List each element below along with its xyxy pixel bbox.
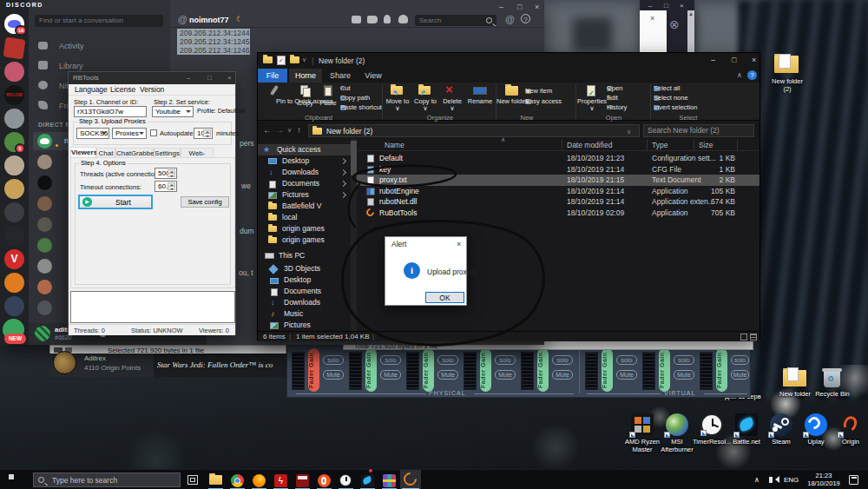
conversation-search-input[interactable]: Find or start a conversation	[35, 15, 163, 27]
minutes-stepper[interactable]: 10	[194, 128, 213, 139]
file-row[interactable]: key 18/10/2019 21:14 CFG File 1 KB	[357, 164, 760, 175]
taskbar-red-app[interactable]: ϟ	[272, 472, 290, 489]
tray-language[interactable]: ENG	[784, 476, 799, 484]
small-window-minimize[interactable]: –	[648, 2, 652, 10]
fader-gain-slider[interactable]: Fader Gain	[537, 348, 549, 392]
dm-avatar[interactable]	[37, 301, 52, 315]
sidebar-item-battlefield[interactable]: Battlefield V	[258, 201, 351, 212]
log-textbox[interactable]	[70, 291, 235, 323]
fader-gain-slider[interactable]: Fader Gain	[423, 348, 434, 392]
fader-gain-slider[interactable]: Fader Gain	[308, 348, 319, 392]
ribbon-properties[interactable]: ✓ Properties ∨	[578, 84, 606, 114]
rbtools-minimize-button[interactable]: –	[187, 74, 190, 82]
solo-button[interactable]: solo	[495, 355, 516, 365]
fader-gain-slider[interactable]: Fader Gain	[602, 348, 613, 392]
tray-hidden-icons[interactable]: ∧	[754, 476, 760, 484]
server-icon[interactable]	[4, 296, 24, 316]
dm-avatar[interactable]	[37, 280, 52, 294]
file-row-selected[interactable]: proxy.txt 18/10/2019 21:15 Text Document…	[357, 175, 760, 186]
ok-button[interactable]: OK	[425, 292, 464, 303]
desktop-icon-recycle-bin[interactable]: ♻ Recycle Bin	[812, 367, 852, 406]
tab-file[interactable]: File	[258, 69, 287, 83]
column-type[interactable]: Type	[652, 140, 667, 151]
desktop-icon-steam[interactable]: Steam	[766, 412, 797, 460]
sidebar-item-library[interactable]: Library	[38, 60, 168, 72]
add-friend-icon[interactable]	[398, 15, 408, 23]
history-dropdown[interactable]: ∨	[287, 127, 292, 134]
tab-share[interactable]: Share	[324, 69, 357, 83]
dm-avatar[interactable]	[37, 217, 52, 232]
explorer-search-input[interactable]: Search New folder (2)	[643, 124, 754, 137]
save-config-button[interactable]: Save config	[181, 196, 229, 208]
small-window-close[interactable]: ×	[680, 2, 684, 10]
solo-button[interactable]: solo	[731, 355, 749, 365]
taskbar-battlenet[interactable]	[358, 472, 377, 489]
mute-button[interactable]: Mute	[495, 370, 516, 380]
start-button[interactable]: ▶ Start	[78, 195, 153, 209]
mute-button[interactable]: Mute	[437, 370, 458, 380]
server-icon[interactable]	[3, 37, 26, 60]
sidebar-item-local[interactable]: local	[258, 212, 351, 223]
taskbar-chrome[interactable]	[228, 472, 247, 489]
mute-button[interactable]: Mute	[674, 370, 694, 380]
sidebar-item-origin-games[interactable]: origin games	[258, 223, 351, 235]
sidebar-item-this-pc[interactable]: This PC	[258, 250, 351, 261]
channel-id-input[interactable]: rX13TGkdO7w	[74, 106, 147, 117]
sidebar-item-quick-access[interactable]: ★ Quick access	[258, 144, 351, 155]
sidebar-item-desktop[interactable]: Desktop	[258, 155, 351, 167]
file-row[interactable]: RuBotTools 18/10/2019 02:09 Application …	[357, 208, 760, 219]
taskbar-firefox[interactable]	[250, 472, 268, 489]
solo-button[interactable]: solo	[616, 355, 637, 365]
taskbar-explorer[interactable]	[207, 472, 225, 489]
solo-button[interactable]: solo	[674, 355, 694, 365]
desktop-icon-battlenet[interactable]: Battle.net	[731, 412, 762, 460]
sidebar-item-downloads[interactable]: ↓ Downloads	[258, 167, 351, 178]
tab-chatgrabber[interactable]: ChatGrabber	[115, 148, 154, 157]
close-x-icon[interactable]: ×	[650, 14, 654, 23]
qat-undo-icon[interactable]: ✓	[277, 56, 286, 65]
timeout-stepper[interactable]: 60.0	[155, 181, 177, 192]
pin-icon[interactable]	[384, 15, 391, 23]
start-button[interactable]	[9, 474, 20, 486]
mute-button[interactable]: Mute	[380, 370, 401, 380]
circle-x-icon[interactable]: ⊗	[669, 17, 680, 31]
address-breadcrumb[interactable]: New folder (2) ∨	[308, 124, 640, 137]
file-row[interactable]: rubotNet.dll 18/10/2019 21:14 Applicatio…	[357, 196, 760, 208]
sidebar-item-origin-games-2[interactable]: origin games	[258, 235, 351, 246]
menu-language[interactable]: Language	[75, 85, 108, 94]
ribbon-collapse-icon[interactable]: ∧	[737, 71, 742, 79]
discord-close-button[interactable]: ×	[535, 3, 539, 11]
sidebar-item-pc-documents[interactable]: Documents	[258, 286, 351, 297]
details-view-toggle[interactable]	[740, 334, 747, 340]
alert-close-button[interactable]: ×	[457, 240, 461, 248]
taskbar-winrar[interactable]	[380, 472, 398, 489]
desktop-icon-origin[interactable]: Origin	[835, 412, 866, 460]
explorer-maximize-button[interactable]: □	[732, 56, 736, 64]
server-icon[interactable]	[4, 202, 24, 222]
dm-avatar[interactable]	[37, 175, 52, 190]
small-window-scrollbar[interactable]: ▲	[687, 10, 694, 54]
server-icon[interactable]	[4, 109, 24, 129]
solo-button[interactable]: solo	[380, 355, 401, 365]
tab-viewers[interactable]: Viewers	[70, 147, 96, 157]
explorer-close-button[interactable]: ×	[752, 56, 756, 64]
socks-select[interactable]: SOCKS5	[76, 128, 109, 139]
sidebar-item-documents[interactable]: Documents	[258, 178, 351, 189]
sidebar-item-music[interactable]: ♪ Music	[258, 308, 351, 320]
ribbon-pin-quick-access[interactable]: Pin to Quick access	[260, 84, 293, 114]
sidebar-item-pc-downloads[interactable]: ↓ Downloads	[258, 297, 351, 308]
desktop-icon-amd-ryzen-master[interactable]: AMD Ryzen Master	[627, 412, 658, 460]
ribbon-new-folder[interactable]: New folder	[498, 84, 524, 114]
discord-minimize-button[interactable]: –	[499, 3, 503, 11]
taskbar-clock-app[interactable]	[337, 472, 355, 489]
forward-button[interactable]: →	[275, 125, 284, 135]
sidebar-item-pc-pictures[interactable]: Pictures	[258, 320, 351, 331]
desktop-icon-new-folder[interactable]: New folder	[775, 367, 815, 406]
ribbon-rename[interactable]: Rename	[466, 84, 494, 114]
qat-folder-icon[interactable]	[290, 56, 299, 63]
ribbon-copy-to[interactable]: ↱ Copy to ∨	[412, 84, 438, 114]
explorer-minimize-button[interactable]: –	[711, 56, 715, 64]
rbtools-maximize-button[interactable]: □	[207, 74, 212, 82]
back-button[interactable]: ←	[263, 125, 272, 135]
fader-gain-slider[interactable]: Fader Gain	[659, 348, 670, 392]
